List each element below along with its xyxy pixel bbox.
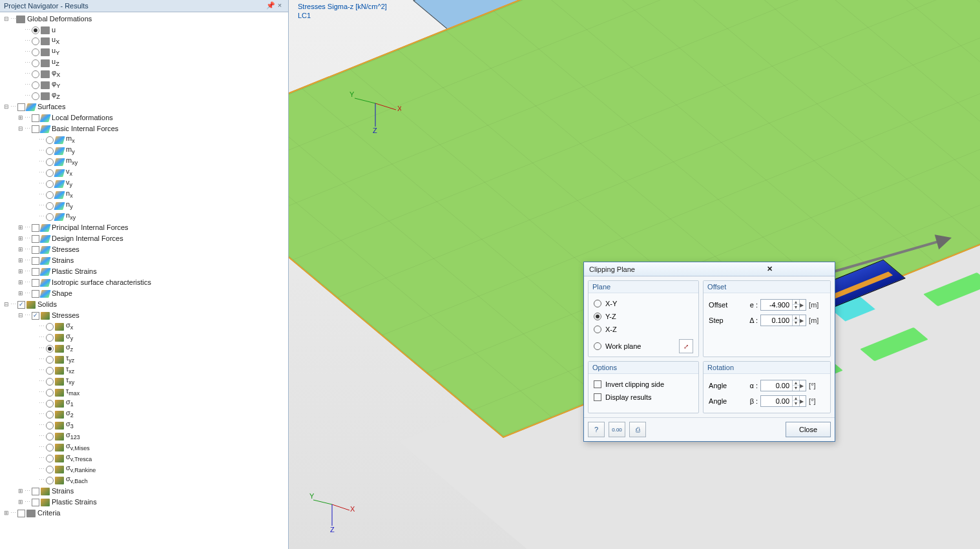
tree-item[interactable]: ⊞⋯Plastic Strains <box>0 266 288 277</box>
expand-icon[interactable]: ⊞ <box>3 508 10 519</box>
tree-item[interactable]: ⊞⋯Shape <box>0 288 288 299</box>
tree-item[interactable]: ⋯nxy <box>0 211 288 222</box>
radio[interactable] <box>46 433 54 440</box>
radio[interactable] <box>46 356 54 364</box>
collapse-icon[interactable]: ⊟ <box>3 299 10 310</box>
radio-xz[interactable]: X-Z <box>594 323 693 336</box>
radio[interactable] <box>46 378 54 386</box>
tree-item[interactable]: ⊞⋯Design Internal Forces <box>0 233 288 244</box>
radio[interactable] <box>46 400 54 408</box>
radio[interactable] <box>46 334 54 342</box>
tree-item[interactable]: ⋯σ1 <box>0 398 288 409</box>
tree-item[interactable]: ⊞⋯Local Deformations <box>0 112 288 123</box>
tree-item[interactable]: ⊞⋯Isotropic surface characteristics <box>0 277 288 288</box>
offset-input[interactable] <box>761 300 792 310</box>
beta-spinner[interactable]: ▲▼ ▶ <box>760 395 806 407</box>
step-input[interactable] <box>761 315 792 326</box>
tree-item[interactable]: ⋯u <box>0 25 288 36</box>
step-next-icon[interactable]: ▶ <box>799 380 806 391</box>
spin-down-icon[interactable]: ▼ <box>793 386 799 391</box>
checkbox[interactable] <box>32 290 39 298</box>
checkbox[interactable] <box>32 114 39 122</box>
tree-item[interactable]: ⋯σv,Tresca <box>0 453 288 464</box>
tree-item[interactable]: ⊟⋯✓Solids <box>0 299 288 310</box>
tree-item[interactable]: ⋯τyz <box>0 354 288 365</box>
checkbox[interactable] <box>32 125 39 133</box>
collapse-icon[interactable]: ⊟ <box>3 101 10 112</box>
collapse-icon[interactable]: ⊟ <box>3 14 10 25</box>
radio[interactable] <box>32 70 39 78</box>
radio[interactable] <box>46 444 54 451</box>
checkbox-invert[interactable]: Invert clipping side <box>594 378 693 391</box>
tree-item[interactable]: ⋯φX <box>0 68 288 79</box>
radio[interactable] <box>46 422 54 430</box>
checkbox-display-results[interactable]: Display results <box>594 391 693 404</box>
tree-item[interactable]: ⋯my <box>0 145 288 156</box>
tree-item[interactable]: ⋯uZ <box>0 57 288 68</box>
expand-icon[interactable]: ⊞ <box>17 233 25 244</box>
alpha-spinner[interactable]: ▲▼ ▶ <box>760 380 806 391</box>
offset-spinner[interactable]: ▲▼ ▶ <box>760 299 806 311</box>
tree-item[interactable]: ⋯σz <box>0 343 288 354</box>
help-button[interactable]: ? <box>588 422 605 437</box>
tree-item[interactable]: ⋯mx <box>0 134 288 145</box>
radio[interactable] <box>46 202 54 210</box>
tree-item[interactable]: ⊞⋯Plastic Strains <box>0 497 288 508</box>
checkbox[interactable] <box>32 257 39 265</box>
close-icon[interactable]: × <box>275 1 284 10</box>
tree-item[interactable]: ⋯τxz <box>0 365 288 376</box>
results-tree[interactable]: ⊟⋯Global Deformations⋯u⋯uX⋯uY⋯uZ⋯φX⋯φY⋯φ… <box>0 12 288 549</box>
spin-down-icon[interactable]: ▼ <box>793 305 799 310</box>
radio[interactable] <box>46 367 54 375</box>
expand-icon[interactable]: ⊞ <box>17 255 25 266</box>
tree-item[interactable]: ⊟⋯Surfaces <box>0 101 288 112</box>
radio[interactable] <box>32 81 39 89</box>
radio[interactable] <box>32 92 39 100</box>
radio[interactable] <box>46 169 54 177</box>
radio[interactable] <box>46 411 54 419</box>
expand-icon[interactable]: ⊞ <box>17 277 25 288</box>
radio-yz[interactable]: Y-Z <box>594 310 693 323</box>
radio[interactable] <box>46 180 54 188</box>
checkbox[interactable] <box>32 235 39 243</box>
tree-item[interactable]: ⋯σx <box>0 321 288 332</box>
radio[interactable] <box>32 37 39 45</box>
checkbox[interactable] <box>32 279 39 287</box>
spin-up-icon[interactable]: ▲ <box>793 300 799 305</box>
tree-item[interactable]: ⊟⋯Global Deformations <box>0 14 288 25</box>
tree-item[interactable]: ⋯σ2 <box>0 409 288 420</box>
tree-item[interactable]: ⋯φY <box>0 79 288 90</box>
dialog-close-icon[interactable]: ✕ <box>709 265 829 273</box>
checkbox[interactable] <box>32 499 39 506</box>
radio-xy[interactable]: X-Y <box>594 297 693 310</box>
radio[interactable] <box>46 158 54 166</box>
checkbox[interactable] <box>32 224 39 232</box>
radio[interactable] <box>32 59 39 67</box>
tree-item[interactable]: ⋯σv,Rankine <box>0 464 288 475</box>
tree-item[interactable]: ⊟⋯✓Stresses <box>0 310 288 321</box>
expand-icon[interactable]: ⊞ <box>17 222 25 233</box>
spin-up-icon[interactable]: ▲ <box>793 396 799 401</box>
checkbox[interactable]: ✓ <box>32 312 39 320</box>
collapse-icon[interactable]: ⊟ <box>17 123 25 134</box>
radio[interactable] <box>46 191 54 199</box>
tree-item[interactable]: ⋯σy <box>0 332 288 343</box>
tree-item[interactable]: ⊞⋯Strains <box>0 486 288 497</box>
expand-icon[interactable]: ⊞ <box>17 244 25 255</box>
tree-item[interactable]: ⊟⋯Basic Internal Forces <box>0 123 288 134</box>
tree-item[interactable]: ⋯nx <box>0 189 288 200</box>
expand-icon[interactable]: ⊞ <box>17 112 25 123</box>
checkbox[interactable] <box>32 246 39 254</box>
spin-down-icon[interactable]: ▼ <box>793 401 799 406</box>
radio[interactable] <box>46 213 54 221</box>
tree-item[interactable]: ⊞⋯Strains <box>0 255 288 266</box>
tree-item[interactable]: ⊞⋯Principal Internal Forces <box>0 222 288 233</box>
step-next-icon[interactable]: ▶ <box>799 396 806 406</box>
close-button[interactable]: Close <box>786 422 831 437</box>
checkbox[interactable] <box>32 268 39 276</box>
tree-item[interactable]: ⋯uX <box>0 36 288 47</box>
checkbox[interactable] <box>17 103 25 111</box>
calc-button[interactable]: 0.00 <box>609 422 625 437</box>
radio[interactable] <box>46 345 54 353</box>
radio[interactable] <box>32 26 39 34</box>
